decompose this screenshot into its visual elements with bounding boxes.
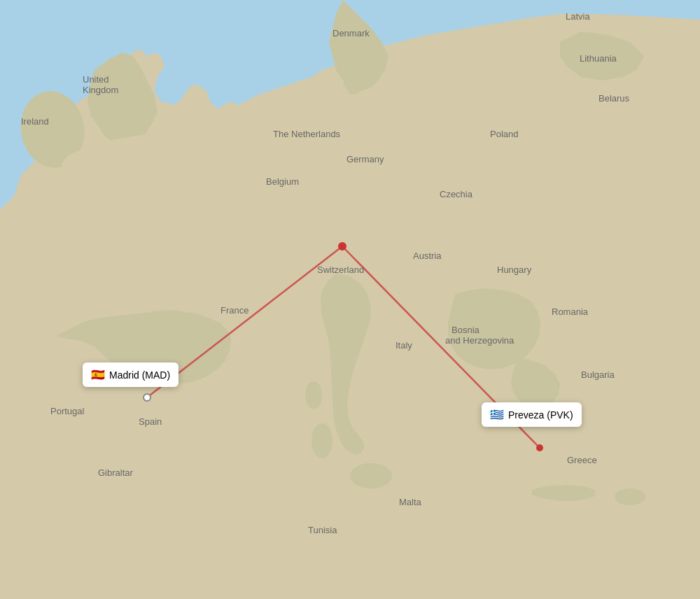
svg-text:Latvia: Latvia [566,11,590,22]
svg-text:Germany: Germany [346,154,384,164]
svg-text:Malta: Malta [399,497,422,507]
svg-text:Bulgaria: Bulgaria [581,369,615,380]
svg-text:Austria: Austria [413,251,442,261]
preveza-name: Preveza (PVK) [508,409,573,421]
svg-text:Belgium: Belgium [266,176,299,187]
svg-text:Spain: Spain [139,416,162,427]
svg-text:Bosnia: Bosnia [451,325,480,335]
svg-text:Portugal: Portugal [50,406,85,416]
madrid-flag: 🇪🇸 [91,368,105,381]
madrid-name: Madrid (MAD) [109,369,170,381]
svg-point-2 [350,463,392,488]
svg-text:Hungary: Hungary [497,265,532,275]
svg-text:Belarus: Belarus [598,93,630,104]
svg-text:Tunisia: Tunisia [308,525,337,535]
svg-point-3 [312,423,332,458]
svg-point-5 [615,488,645,505]
svg-text:Denmark: Denmark [332,28,370,38]
preveza-marker [536,444,543,451]
madrid-marker [143,393,151,402]
svg-point-4 [305,381,322,409]
map-container: Ireland United Kingdom Portugal Spain Fr… [0,0,700,599]
svg-text:Romania: Romania [552,306,589,317]
midpoint-marker [338,242,346,251]
map-svg: Ireland United Kingdom Portugal Spain Fr… [0,0,700,599]
svg-text:Kingdom: Kingdom [83,85,118,95]
svg-text:Lithuania: Lithuania [580,53,617,64]
svg-text:France: France [220,305,248,316]
svg-text:Greece: Greece [567,455,597,465]
preveza-flag: 🇬🇷 [490,408,504,421]
madrid-label: 🇪🇸 Madrid (MAD) [83,362,178,387]
svg-text:The Netherlands: The Netherlands [273,129,341,139]
svg-text:and Herzegovina: and Herzegovina [445,335,514,346]
svg-text:Czechia: Czechia [440,189,473,199]
svg-text:United: United [83,74,109,85]
svg-text:Poland: Poland [490,129,518,139]
svg-text:Switzerland: Switzerland [317,265,364,275]
svg-text:Gibraltar: Gibraltar [98,467,134,478]
preveza-label: 🇬🇷 Preveza (PVK) [482,402,582,427]
svg-text:Italy: Italy [396,340,412,351]
svg-text:Ireland: Ireland [21,116,49,127]
